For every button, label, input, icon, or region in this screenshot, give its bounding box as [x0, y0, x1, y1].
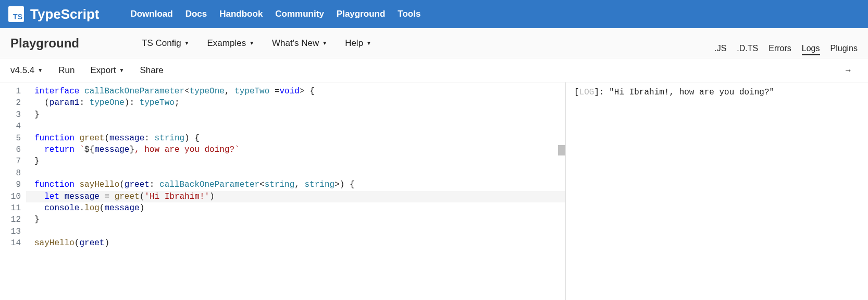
code-line[interactable]: (param1: typeOne): typeTwo;: [30, 97, 565, 109]
code-line[interactable]: }: [30, 214, 565, 225]
submenu-ts-config[interactable]: TS Config ▼: [142, 38, 190, 49]
editor-toolbar: v4.5.4▼ Run Export▼ Share → .JS.D.TSErro…: [0, 58, 868, 82]
submenu-help[interactable]: Help ▼: [345, 38, 371, 49]
nav-playground[interactable]: Playground: [337, 9, 386, 19]
brand-name[interactable]: TypeScript: [30, 6, 99, 22]
chevron-down-icon: ▼: [249, 40, 254, 46]
nav-handbook[interactable]: Handbook: [219, 9, 263, 19]
arrow-right-icon[interactable]: →: [844, 66, 852, 75]
code-line[interactable]: }: [30, 109, 565, 121]
chevron-down-icon: ▼: [184, 40, 190, 46]
submenu-examples[interactable]: Examples ▼: [207, 38, 255, 49]
scrollbar-thumb[interactable]: [558, 145, 565, 155]
chevron-down-icon: ▼: [38, 67, 43, 73]
code-line[interactable]: }: [30, 155, 565, 167]
split-pane: 1234567891011121314 interface callBackOn…: [0, 82, 868, 300]
code-line[interactable]: sayHello(greet): [30, 237, 565, 249]
export-dropdown[interactable]: Export▼: [90, 65, 124, 76]
output-tab-errors[interactable]: Errors: [768, 44, 791, 55]
output-tab-plugins[interactable]: Plugins: [830, 44, 858, 55]
code-line[interactable]: let message = greet('Hi Ibrahim!'): [26, 191, 565, 202]
log-line: [LOG]: "Hi Ibrahim!, how are you doing?": [574, 88, 860, 97]
version-dropdown[interactable]: v4.5.4▼: [10, 65, 43, 76]
chevron-down-icon: ▼: [119, 67, 125, 73]
nav-download[interactable]: Download: [130, 9, 172, 19]
logo-badge: TS: [8, 6, 24, 22]
code-line[interactable]: console.log(message): [30, 202, 565, 214]
chevron-down-icon: ▼: [322, 40, 327, 46]
log-tag: LOG: [579, 88, 594, 97]
output-panel: [LOG]: "Hi Ibrahim!, how are you doing?": [566, 82, 868, 300]
code-line[interactable]: [30, 167, 565, 179]
nav-community[interactable]: Community: [275, 9, 324, 19]
code-line[interactable]: function greet(message: string) {: [30, 133, 565, 144]
nav-docs[interactable]: Docs: [185, 9, 207, 19]
code-line[interactable]: [30, 226, 565, 237]
output-tab-js[interactable]: .JS: [714, 44, 726, 55]
code-line[interactable]: return `${message}, how are you doing?`: [30, 144, 565, 155]
run-button[interactable]: Run: [58, 65, 75, 76]
page-title: Playground: [10, 36, 79, 51]
code-line[interactable]: function sayHello(greet: callBackOnePara…: [30, 179, 565, 190]
share-button[interactable]: Share: [140, 65, 163, 76]
code-line[interactable]: interface callBackOneParameter<typeOne, …: [30, 86, 565, 97]
top-nav: TS TypeScript DownloadDocsHandbookCommun…: [0, 0, 868, 28]
log-text: "Hi Ibrahim!, how are you doing?": [609, 88, 774, 97]
submenu-what-s-new[interactable]: What's New ▼: [272, 38, 327, 49]
code-area[interactable]: interface callBackOneParameter<typeOne, …: [30, 86, 565, 300]
output-tab-dts[interactable]: .D.TS: [737, 44, 758, 55]
chevron-down-icon: ▼: [366, 40, 371, 46]
code-editor[interactable]: 1234567891011121314 interface callBackOn…: [0, 82, 566, 300]
nav-tools[interactable]: Tools: [398, 9, 420, 19]
code-line[interactable]: [30, 121, 565, 132]
output-tab-logs[interactable]: Logs: [802, 44, 820, 55]
